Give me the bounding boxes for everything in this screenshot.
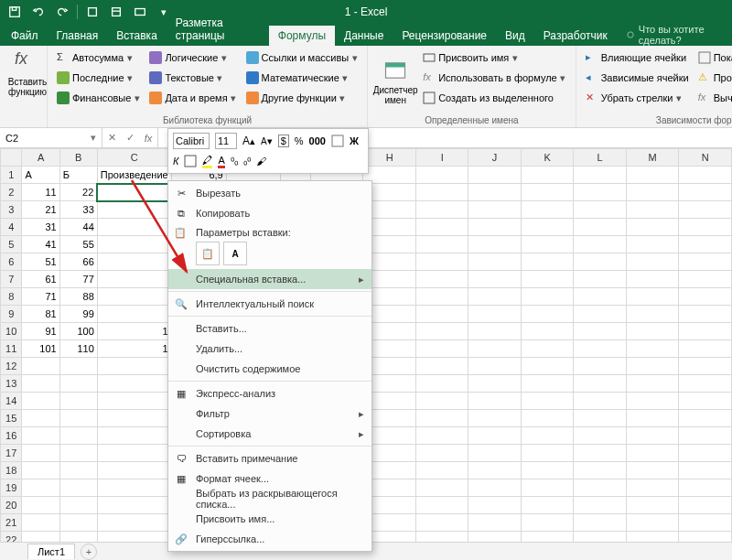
cell[interactable] — [574, 253, 626, 271]
cell[interactable] — [97, 271, 171, 288]
qat-btn-2[interactable] — [105, 2, 127, 22]
ctx-filter[interactable]: Фильтр▸ — [168, 404, 371, 424]
cell[interactable] — [97, 532, 171, 543]
cell[interactable] — [679, 167, 732, 184]
cell[interactable] — [59, 445, 97, 462]
cell[interactable] — [679, 271, 732, 288]
cell[interactable] — [468, 514, 521, 532]
cell[interactable] — [415, 375, 468, 393]
cell[interactable] — [415, 236, 468, 253]
ctx-define-name[interactable]: Присвоить имя... — [168, 509, 371, 529]
cell[interactable] — [97, 427, 171, 445]
cell[interactable] — [415, 167, 468, 184]
cell[interactable] — [59, 375, 97, 393]
datetime-button[interactable]: Дата и время▾ — [145, 88, 240, 108]
row-header[interactable]: 15 — [1, 410, 22, 427]
ctx-hyperlink[interactable]: 🔗Гиперссылка... — [168, 529, 371, 549]
cell[interactable] — [415, 306, 468, 323]
cell[interactable] — [59, 532, 97, 543]
row-header[interactable]: 5 — [1, 236, 22, 253]
cell[interactable]: 61 — [22, 271, 59, 288]
cell[interactable] — [521, 479, 574, 497]
italic-button[interactable]: К — [170, 151, 181, 171]
font-combo[interactable] — [170, 131, 212, 151]
cell[interactable] — [415, 532, 468, 543]
cell[interactable] — [626, 532, 679, 543]
cell[interactable] — [415, 219, 468, 236]
comma-format[interactable]: 000 — [307, 131, 328, 151]
cell[interactable]: 66 — [59, 253, 97, 271]
cell[interactable]: Б — [59, 167, 97, 184]
row-header[interactable]: 19 — [1, 479, 22, 497]
row-header[interactable]: 22 — [1, 532, 22, 543]
col-header-C[interactable]: C — [97, 149, 171, 167]
row-header[interactable]: 18 — [1, 462, 22, 479]
cell[interactable] — [415, 427, 468, 445]
cell[interactable] — [468, 236, 521, 253]
cell[interactable] — [574, 306, 626, 323]
cell[interactable] — [415, 462, 468, 479]
cell[interactable]: 44 — [59, 219, 97, 236]
cell[interactable] — [97, 514, 171, 532]
row-header[interactable]: 6 — [1, 253, 22, 271]
cell[interactable]: 99 — [59, 306, 97, 323]
font-color-button[interactable]: A — [215, 151, 227, 171]
cell[interactable] — [679, 323, 732, 340]
cell[interactable] — [22, 462, 59, 479]
cell[interactable] — [59, 427, 97, 445]
tab-formulas[interactable]: Формулы — [269, 26, 335, 46]
cell[interactable] — [679, 340, 732, 358]
cell[interactable] — [626, 497, 679, 514]
cell[interactable] — [521, 427, 574, 445]
cell[interactable] — [468, 184, 521, 201]
cell[interactable] — [415, 445, 468, 462]
ctx-delete[interactable]: Удалить... — [168, 339, 371, 359]
row-header[interactable]: 1 — [1, 167, 22, 184]
tell-me[interactable]: Что вы хотите сделать? — [626, 24, 732, 46]
cell[interactable] — [679, 462, 732, 479]
row-header[interactable]: 9 — [1, 306, 22, 323]
name-manager-button[interactable]: Диспетчер имен — [373, 48, 417, 115]
cell[interactable]: 81 — [22, 306, 59, 323]
cell[interactable] — [626, 201, 679, 219]
col-header-H[interactable]: H — [363, 149, 416, 167]
cell[interactable] — [574, 340, 626, 358]
cell[interactable]: 100 — [59, 323, 97, 340]
cell[interactable] — [679, 375, 732, 393]
cell[interactable] — [679, 306, 732, 323]
cell[interactable] — [468, 358, 521, 375]
increase-decimal[interactable]: ₀⁰ — [241, 151, 253, 171]
cell[interactable]: 91 — [22, 323, 59, 340]
col-header-L[interactable]: L — [574, 149, 626, 167]
cell[interactable]: 41 — [22, 236, 59, 253]
cell[interactable] — [22, 375, 59, 393]
cell[interactable]: 110 — [59, 340, 97, 358]
text-button[interactable]: Текстовые▾ — [145, 68, 240, 88]
fx-cancel[interactable]: ✕ — [102, 132, 121, 144]
cell[interactable]: 71 — [22, 288, 59, 306]
lookup-button[interactable]: Ссылки и массивы▾ — [242, 48, 362, 68]
col-header-B[interactable]: B — [59, 149, 97, 167]
cell[interactable] — [59, 479, 97, 497]
cell[interactable] — [679, 358, 732, 375]
shrink-font[interactable]: A▾ — [258, 131, 275, 151]
use-in-formula-button[interactable]: fxИспользовать в формуле▾ — [419, 68, 570, 88]
cell[interactable] — [521, 323, 574, 340]
col-header-A[interactable]: A — [22, 149, 59, 167]
cell[interactable] — [97, 393, 171, 410]
cell[interactable] — [97, 479, 171, 497]
insert-function-button[interactable]: fx Вставить функцию — [5, 48, 49, 99]
cell[interactable] — [574, 410, 626, 427]
qat-btn-1[interactable] — [81, 2, 103, 22]
cell[interactable] — [626, 375, 679, 393]
trace-precedents-button[interactable]: ▸Влияющие ячейки — [582, 48, 693, 68]
fill-color-button[interactable]: 🖍 — [199, 151, 215, 171]
ctx-insert-comment[interactable]: 🗨Вставить примечание — [168, 448, 371, 468]
cell[interactable] — [59, 514, 97, 532]
tab-file[interactable]: Файл — [2, 26, 48, 46]
row-header[interactable]: 2 — [1, 184, 22, 201]
qat-btn-3[interactable] — [129, 2, 151, 22]
cell[interactable] — [415, 410, 468, 427]
row-header[interactable]: 17 — [1, 445, 22, 462]
cell[interactable] — [468, 306, 521, 323]
